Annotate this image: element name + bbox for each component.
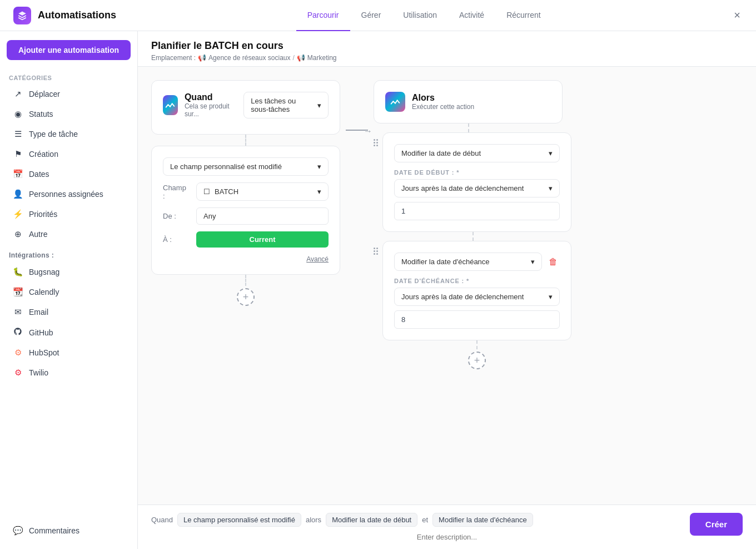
tab-recurrent[interactable]: Récurrent — [495, 0, 551, 31]
flow-arrow: → — [340, 91, 374, 136]
content-area: Planifier le BATCH en cours Emplacement … — [138, 31, 756, 549]
sidebar-item-autre[interactable]: ⊕ Autre — [3, 225, 134, 244]
sidebar-item-type-tache[interactable]: ☰ Type de tâche — [3, 125, 134, 144]
breadcrumb-item-2: Marketing — [307, 54, 337, 62]
sidebar-item-calendly[interactable]: 📆 Calendly — [3, 283, 134, 301]
a-value-badge: Current — [196, 231, 329, 248]
sidebar-item-label: Commentaires — [29, 526, 79, 535]
action-1-field-label: DATE DE DÉBUT : * — [394, 169, 560, 176]
tab-gerer[interactable]: Gérer — [350, 0, 392, 31]
action-1-field-value: Jours après la date de déclenchement — [401, 184, 524, 192]
sidebar-item-label: Création — [29, 150, 58, 159]
action-stack: Alors Exécuter cette action — [374, 80, 571, 372]
tab-utilisation[interactable]: Utilisation — [392, 0, 448, 31]
content-header: Planifier le BATCH en cours Emplacement … — [138, 31, 756, 67]
tab-parcourir[interactable]: Parcourir — [296, 0, 350, 31]
nav-left: Automatisations — [13, 7, 116, 24]
action-1-field-group: DATE DE DÉBUT : * Jours après la date de… — [394, 169, 560, 220]
v-connector-2 — [245, 275, 246, 286]
summary-alors: alors — [306, 516, 321, 524]
trigger-card: Quand Cela se produit sur... Les tâches … — [151, 80, 340, 135]
sidebar-item-label: Bugsnag — [29, 268, 59, 276]
action-1-type-select[interactable]: Modifier la date de début ▾ — [394, 144, 560, 162]
type-tache-icon: ☰ — [12, 129, 23, 139]
action-2-number[interactable]: 8 — [394, 310, 560, 329]
summary-row: Quand Le champ personnalisé est modifié … — [151, 513, 743, 527]
summary-et: et — [422, 516, 428, 524]
sidebar-item-label: Type de tâche — [29, 130, 78, 139]
sidebar-item-personnes[interactable]: 👤 Personnes assignées — [3, 185, 134, 204]
drag-handle-1[interactable] — [374, 139, 378, 146]
add-action-button[interactable]: + — [468, 352, 486, 369]
creation-icon: ⚑ — [12, 149, 23, 159]
github-icon — [12, 327, 23, 338]
de-label: De : — [163, 212, 190, 220]
calendly-icon: 📆 — [12, 287, 23, 297]
sidebar-item-label: HubSpot — [29, 348, 59, 357]
page-title: Planifier le BATCH en cours — [151, 40, 743, 52]
alors-title: Alors — [412, 93, 474, 103]
main-layout: Ajouter une automatisation Catégories ↗ … — [0, 31, 756, 549]
advanced-link[interactable]: Avancé — [163, 254, 329, 263]
chevron-down-icon: ▾ — [531, 258, 535, 266]
breadcrumb-label: Emplacement : — [151, 54, 196, 62]
sidebar-item-label: Twilio — [29, 368, 48, 377]
sidebar-item-label: Email — [29, 308, 48, 316]
chevron-down-icon: ▾ — [317, 187, 321, 196]
drag-dots-1 — [374, 139, 378, 146]
action-1-row: Modifier la date de début ▾ DATE DE DÉBU… — [374, 132, 571, 232]
bugsnag-icon: 🐛 — [12, 267, 23, 277]
chevron-down-icon: ▾ — [317, 101, 321, 110]
sidebar-item-twilio[interactable]: ⚙ Twilio — [3, 363, 134, 382]
deplacer-icon: ↗ — [12, 89, 23, 99]
champ-label: Champ : — [163, 184, 190, 200]
tab-activite[interactable]: Activité — [448, 0, 495, 31]
action-2-type-select[interactable]: Modifier la date d'échéance ▾ — [394, 253, 542, 271]
sidebar-item-creation[interactable]: ⚑ Création — [3, 145, 134, 164]
sidebar-item-email[interactable]: ✉ Email — [3, 303, 134, 322]
sidebar-item-github[interactable]: GitHub — [3, 323, 134, 342]
breadcrumb-separator: 📢 — [198, 54, 206, 62]
champ-value: BATCH — [215, 187, 238, 196]
action-1-number[interactable]: 1 — [394, 202, 560, 220]
statuts-icon: ◉ — [12, 109, 23, 119]
sidebar: Ajouter une automatisation Catégories ↗ … — [0, 31, 138, 549]
canvas-area: Quand Cela se produit sur... Les tâches … — [138, 67, 756, 505]
add-action-area: + — [468, 340, 486, 372]
integrations-label: Intégrations : — [0, 245, 137, 261]
action-2-field-select[interactable]: Jours après la date de déclenchement ▾ — [394, 288, 560, 306]
create-button[interactable]: Créer — [690, 513, 743, 536]
sidebar-item-hubspot[interactable]: ⚙ HubSpot — [3, 343, 134, 362]
top-nav: Automatisations Parcourir Gérer Utilisat… — [0, 0, 756, 31]
add-automation-button[interactable]: Ajouter une automatisation — [7, 40, 131, 60]
chevron-down-icon: ▾ — [549, 293, 553, 301]
de-value: Any — [196, 207, 329, 225]
close-button[interactable]: × — [732, 7, 743, 24]
add-step-button[interactable]: + — [237, 288, 255, 306]
sidebar-item-bugsnag[interactable]: 🐛 Bugsnag — [3, 263, 134, 281]
personnes-icon: 👤 — [12, 189, 23, 199]
condition-card: Le champ personnalisé est modifié ▾ Cham… — [151, 146, 340, 275]
sidebar-item-deplacer[interactable]: ↗ Déplacer — [3, 85, 134, 103]
advanced-text[interactable]: Avancé — [306, 255, 329, 263]
sidebar-item-commentaires[interactable]: 💬 Commentaires — [3, 521, 134, 540]
action-1-type-value: Modifier la date de début — [401, 149, 481, 157]
description-input[interactable] — [151, 533, 743, 541]
sidebar-item-statuts[interactable]: ◉ Statuts — [3, 105, 134, 123]
breadcrumb: Emplacement : 📢 Agence de réseaux sociau… — [151, 54, 743, 62]
trigger-scope-select[interactable]: Les tâches ou sous-tâches ▾ — [243, 92, 329, 118]
action-2-delete-button[interactable]: 🗑 — [546, 255, 560, 269]
sidebar-item-label: Statuts — [29, 110, 53, 118]
action-1-field-select[interactable]: Jours après la date de déclenchement ▾ — [394, 179, 560, 197]
drag-handle-2[interactable] — [374, 248, 378, 255]
action-2-field-group: DATE D'ÉCHÉANCE : * Jours après la date … — [394, 278, 560, 329]
alors-text-group: Alors Exécuter cette action — [412, 93, 474, 111]
condition-type-select[interactable]: Le champ personnalisé est modifié ▾ — [163, 157, 329, 176]
sidebar-item-label: Autre — [29, 230, 47, 239]
champ-select[interactable]: ☐ BATCH ▾ — [196, 182, 329, 201]
description-area — [151, 532, 743, 541]
alors-header-card: Alors Exécuter cette action — [374, 80, 563, 123]
sidebar-item-dates[interactable]: 📅 Dates — [3, 165, 134, 184]
sidebar-item-priorites[interactable]: ⚡ Priorités — [3, 205, 134, 224]
trigger-title: Quand — [185, 92, 230, 102]
